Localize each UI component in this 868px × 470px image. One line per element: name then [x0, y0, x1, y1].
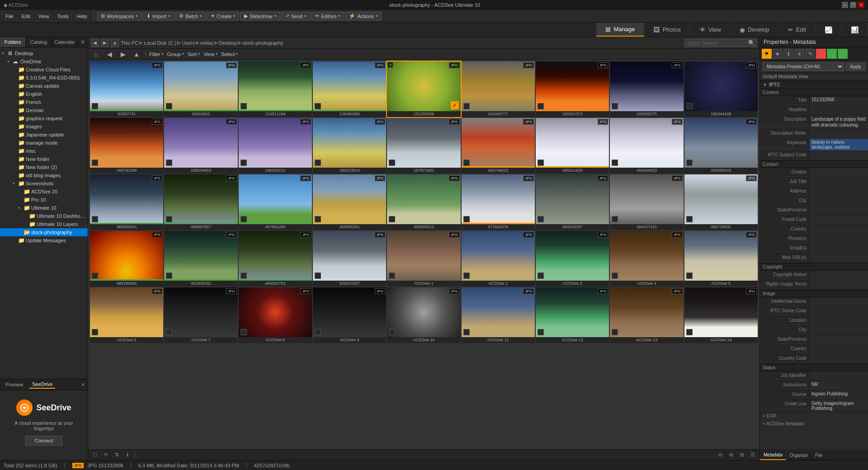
thumb-cell-186258221[interactable]: JPG186258221 [239, 118, 312, 174]
field-val-iptcscene[interactable] [810, 307, 868, 316]
tab-manage[interactable]: ⊞ Manage [596, 23, 644, 37]
tree-item-desktop[interactable]: ▾ 🖥 Desktop [0, 49, 88, 57]
field-val-address[interactable] [810, 187, 868, 196]
thumb-cell-ACDSee 6[interactable]: JPGACDSee 6 [90, 287, 163, 343]
thumb-check-ACDSee 12[interactable] [538, 329, 544, 335]
create-btn[interactable]: ✦ Create ▾ [207, 12, 239, 20]
thumb-check-464404923[interactable] [612, 160, 618, 166]
field-val-country[interactable] [810, 225, 868, 234]
field-val-instructions[interactable]: NR [810, 381, 868, 390]
menu-help[interactable]: Help [73, 12, 91, 20]
select-btn[interactable]: Select ▾ [221, 52, 238, 57]
thumb-check-185539853[interactable] [166, 160, 172, 166]
thumb-check-ACDSee 5[interactable] [686, 273, 693, 279]
gs-zoom-out-btn[interactable]: ⊖ [716, 451, 724, 459]
thumb-cell-450746023[interactable]: JPG450746023 [462, 118, 535, 174]
thumb-cell-488719031[interactable]: JPG488719031 [684, 174, 758, 230]
tree-item-canvas[interactable]: 📁 Canvas update [0, 82, 88, 90]
tree-item-pro10[interactable]: 📁 Pro 10 [0, 196, 88, 204]
quick-search-input[interactable] [684, 39, 757, 47]
thumb-cell-185539853[interactable]: JPG185539853 [164, 118, 237, 174]
thumb-cell-464595643[interactable]: JPG464595643 [684, 118, 758, 174]
thumb-check-ACDSee 8[interactable] [241, 329, 247, 335]
field-val-rights[interactable] [810, 280, 868, 289]
field-val-state[interactable] [810, 206, 868, 215]
thumb-check-ACDSee 3[interactable] [538, 273, 544, 279]
thumb-cell-455011625[interactable]: JPG455011625 [536, 118, 609, 174]
tree-item-images[interactable]: 📁 images [0, 122, 88, 131]
thumb-check-92816942[interactable] [166, 103, 172, 109]
apply-btn[interactable]: Apply [846, 63, 865, 70]
thumb-check-466035641[interactable] [92, 216, 98, 222]
sort-btn[interactable]: Sort ▾ [188, 52, 200, 57]
tab-develop[interactable]: ◉ Develop [731, 23, 779, 37]
thumb-cell-ACDSee 4[interactable]: JPGACDSee 4 [610, 231, 683, 287]
tab-more[interactable]: 📊 [842, 23, 868, 37]
thumb-check-ACDSee 7[interactable] [166, 329, 172, 335]
thumb-cell-187971820[interactable]: JPG187971820 [387, 118, 460, 174]
thumb-cell-151332908[interactable]: JPG4✓151332908 [387, 61, 460, 117]
thumb-check-151332908[interactable]: ✓ [451, 101, 459, 109]
import-btn[interactable]: ⬇ Import ▾ [142, 12, 174, 20]
tree-item-newfolder2[interactable]: 📁 New folder (2) [0, 163, 88, 171]
thumb-check-163939275[interactable] [612, 103, 618, 109]
thumb-check-464595643[interactable] [686, 160, 693, 166]
menu-view[interactable]: View [35, 12, 53, 20]
tree-item-updates[interactable]: 📁 Update Messages [0, 236, 88, 244]
thumb-cell-489194691[interactable]: JPG489194691 [90, 231, 163, 287]
group-btn[interactable]: Group ▾ [167, 52, 184, 57]
slideshow-btn[interactable]: ▶ Slideshow ▾ [240, 12, 280, 20]
tree-item-9346[interactable]: 📁 9.3.0.546_R4-ESD-0001 [0, 74, 88, 82]
metadata-preset-select[interactable]: Metadata Presets (Ctrl+M) [763, 62, 844, 71]
tree-item-french[interactable]: 📁 French [0, 98, 88, 106]
tree-item-english[interactable]: 📁 English [0, 90, 88, 98]
gs-list-btn[interactable]: ☰ [749, 451, 757, 459]
thumb-check-488719031[interactable] [686, 216, 693, 222]
tree-item-dashboard[interactable]: 📁 Ultimate 10 Dashboard [0, 212, 88, 220]
thumb-check-494540783[interactable] [241, 273, 247, 279]
tab-edit[interactable]: ✏ Edit [779, 23, 816, 37]
field-val-source[interactable]: Ingram Publishing [810, 390, 868, 400]
thumb-cell-492906181[interactable]: JPG492906181 [164, 231, 237, 287]
rp-tab-edit[interactable]: ✎ [805, 49, 815, 59]
thumb-cell-160331372[interactable]: JPG160331372 [536, 61, 609, 117]
gs-refresh-btn[interactable]: ↻ [102, 451, 110, 459]
field-val-state2[interactable] [810, 335, 868, 344]
file-bottom-tab[interactable]: File [811, 451, 826, 460]
batch-btn[interactable]: ⚙ Batch ▾ [175, 12, 206, 20]
thumb-cell-ACDSee 14[interactable]: JPGACDSee 14 [684, 287, 758, 343]
tree-item-german[interactable]: 📁 German [0, 106, 88, 114]
tree-item-screenshots[interactable]: ▾ 📁 Screenshots [0, 179, 88, 188]
field-val-descwriter[interactable] [810, 129, 868, 138]
folder-tree[interactable]: ▾ 🖥 Desktop ▾ ☁ OneDrive 📁 Creative Clou… [0, 47, 88, 379]
field-val-countrycode[interactable] [810, 354, 868, 363]
thumb-cell-ACDSee 1[interactable]: JPGACDSee 1 [387, 231, 460, 287]
bc-localdisk[interactable]: Local Disk (C:) [144, 40, 176, 46]
thumb-cell-500023307[interactable]: JPG500023307 [313, 231, 386, 287]
thumb-check-126460368[interactable] [315, 103, 321, 109]
thumb-cell-464404923[interactable]: JPG464404923 [610, 118, 683, 174]
metadata-bottom-tab[interactable]: Metadata [760, 451, 786, 460]
image-grid-container[interactable]: JPG83597731JPG92816942JPG124811184JPG126… [88, 60, 760, 449]
thumb-check-466967957[interactable] [166, 216, 172, 222]
thumb-check-469560291[interactable] [315, 216, 321, 222]
thumb-cell-ACDSee 10[interactable]: JPGACDSee 10 [387, 287, 460, 343]
gs-select-all-btn[interactable]: ☐ [91, 451, 99, 459]
thumb-cell-483633257[interactable]: JPG483633257 [536, 174, 609, 230]
thumb-check-186323616[interactable] [315, 160, 321, 166]
exif-section[interactable]: + EXIF [760, 412, 868, 420]
field-val-copyright-notice[interactable] [810, 271, 868, 280]
bc-stockphoto[interactable]: stock-photography [242, 40, 283, 46]
thumb-cell-ACDSee 3[interactable]: JPGACDSee 3 [536, 231, 609, 287]
thumb-cell-484427415[interactable]: JPG484427415 [610, 174, 683, 230]
sidebar-tab-calendar[interactable]: Calendar [52, 37, 78, 47]
sidebar-tab-catalog[interactable]: Catalog [26, 37, 52, 47]
thumb-check-467061265[interactable] [241, 216, 247, 222]
view-btn[interactable]: View ▾ [203, 52, 217, 57]
thumb-check-492906181[interactable] [166, 273, 172, 279]
tree-item-manage[interactable]: 📁 manage mode [0, 139, 88, 147]
seedrive-tab[interactable]: SeeDrive [29, 381, 55, 389]
thumb-cell-469589013[interactable]: JPG469589013 [387, 174, 460, 230]
thumb-check-ACDSee 11[interactable] [463, 329, 470, 335]
tab-view[interactable]: 👁 View [690, 23, 731, 37]
